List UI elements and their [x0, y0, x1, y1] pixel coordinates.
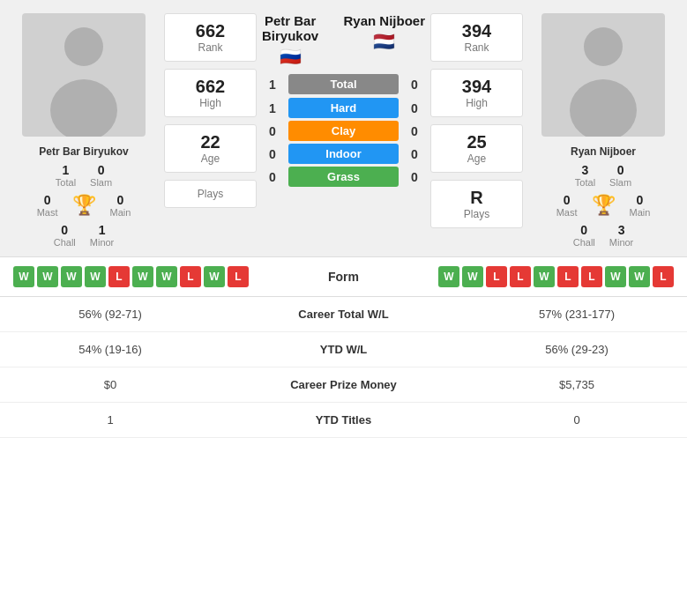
right-mast-value: 0 — [556, 193, 578, 207]
form-badge-w: W — [132, 266, 153, 287]
right-high-value: 394 — [442, 77, 512, 97]
hard-row: 1 Hard 0 — [262, 98, 425, 118]
left-main-stat: 0 Main — [110, 193, 131, 218]
player-comparison-section: Petr Bar Biryukov 1 Total 0 Slam 0 Mast … — [0, 0, 687, 256]
right-total-label: Total — [575, 177, 595, 188]
right-rank-value: 394 — [442, 21, 512, 41]
clay-label: Clay — [288, 121, 399, 141]
right-flag: 🇳🇱 — [343, 31, 425, 52]
left-age-label: Age — [175, 152, 245, 165]
indoor-label: Indoor — [288, 144, 399, 164]
left-high-value: 662 — [175, 77, 245, 97]
left-plays-label: Plays — [175, 188, 245, 200]
form-badge-w: W — [61, 266, 82, 287]
form-label: Form — [291, 270, 397, 284]
stats-row-center-1: YTD W/L — [207, 343, 480, 356]
right-slam-label: Slam — [609, 177, 631, 188]
hard-left-score: 1 — [262, 101, 283, 115]
right-name-block: Ryan Nijboer 🇳🇱 — [343, 13, 425, 67]
stats-row-left-3: 1 — [13, 413, 207, 427]
stats-row-right-1: 56% (29-23) — [480, 343, 674, 356]
svg-point-1 — [50, 79, 117, 137]
right-slam-stat: 0 Slam — [609, 163, 631, 188]
left-chall-value: 0 — [54, 223, 76, 237]
total-left-score: 1 — [262, 78, 283, 92]
form-badge-w: W — [204, 266, 225, 287]
stats-row-left-1: 54% (19-16) — [13, 343, 207, 356]
indoor-row: 0 Indoor 0 — [262, 144, 425, 164]
left-form-badges: WWWWLWWLWL — [13, 266, 249, 287]
form-badge-w: W — [462, 266, 483, 287]
left-rank-value: 662 — [175, 21, 245, 41]
left-stats-panel: 662 Rank 662 High 22 Age Plays — [164, 13, 257, 248]
form-badge-l: L — [486, 266, 507, 287]
stats-row-right-2: $5,735 — [480, 378, 674, 391]
right-minor-label: Minor — [609, 237, 634, 248]
stats-row-0: 56% (92-71)Career Total W/L57% (231-177) — [0, 297, 687, 332]
stats-row-center-2: Career Prize Money — [207, 378, 480, 391]
right-age-block: 25 Age — [430, 124, 523, 173]
total-right-score: 0 — [404, 78, 425, 92]
left-total-value: 1 — [56, 163, 76, 177]
right-plays-label: Plays — [442, 208, 512, 220]
right-chall-value: 0 — [573, 223, 595, 237]
grass-left-score: 0 — [262, 170, 283, 184]
stats-rows-section: 56% (92-71)Career Total W/L57% (231-177)… — [0, 296, 687, 438]
left-mast-stat: 0 Mast — [37, 193, 58, 218]
form-badge-l: L — [557, 266, 579, 287]
left-age-value: 22 — [175, 132, 245, 152]
svg-point-2 — [584, 27, 623, 66]
left-minor-stat: 1 Minor — [90, 223, 115, 248]
right-rank-block: 394 Rank — [430, 13, 523, 62]
grass-right-score: 0 — [404, 170, 425, 184]
right-rank-label: Rank — [442, 41, 512, 54]
left-player-column: Petr Bar Biryukov 1 Total 0 Slam 0 Mast … — [9, 13, 159, 248]
form-badge-w: W — [37, 266, 58, 287]
left-slam-stat: 0 Slam — [90, 163, 112, 188]
stats-row-left-0: 56% (92-71) — [13, 308, 207, 321]
stats-row-2: $0Career Prize Money$5,735 — [0, 367, 687, 403]
form-badge-l: L — [653, 266, 674, 287]
grass-label: Grass — [288, 167, 399, 187]
stats-row-center-0: Career Total W/L — [207, 308, 480, 321]
left-flag: 🇷🇺 — [262, 46, 318, 67]
left-chall-stat: 0 Chall — [54, 223, 76, 248]
right-minor-stat: 3 Minor — [609, 223, 634, 248]
left-high-label: High — [175, 97, 245, 109]
right-plays-block: R Plays — [430, 180, 523, 228]
right-player-avatar — [541, 13, 665, 137]
form-badge-l: L — [228, 266, 249, 287]
stats-row-center-3: YTD Titles — [207, 413, 480, 427]
left-main-label: Main — [110, 207, 131, 218]
form-section: WWWWLWWLWL Form WWLLWLLWWL — [0, 256, 687, 296]
right-main-label: Main — [630, 207, 651, 218]
left-trophy-icon: 🏆 — [72, 194, 96, 217]
stats-row-left-2: $0 — [13, 378, 207, 391]
left-total-label: Total — [56, 177, 76, 188]
right-slam-value: 0 — [609, 163, 631, 177]
indoor-left-score: 0 — [262, 147, 283, 161]
form-badge-l: L — [581, 266, 602, 287]
right-mast-stat: 0 Mast — [556, 193, 578, 218]
left-high-block: 662 High — [164, 69, 257, 117]
stats-row-right-3: 0 — [480, 413, 674, 427]
left-mast-label: Mast — [37, 207, 58, 218]
right-chall-stat: 0 Chall — [573, 223, 595, 248]
left-slam-value: 0 — [90, 163, 112, 177]
form-badge-l: L — [510, 266, 531, 287]
left-mast-value: 0 — [37, 193, 58, 207]
right-chall-label: Chall — [573, 237, 595, 248]
clay-left-score: 0 — [262, 124, 283, 138]
middle-column: Petr Bar Biryukov 🇷🇺 Ryan Nijboer 🇳🇱 1 T… — [262, 13, 425, 248]
left-rank-label: Rank — [175, 41, 245, 54]
right-mast-label: Mast — [556, 207, 578, 218]
left-name-block: Petr Bar Biryukov 🇷🇺 — [262, 13, 318, 67]
left-chall-label: Chall — [54, 237, 76, 248]
svg-point-0 — [64, 27, 103, 66]
right-high-block: 394 High — [430, 69, 523, 117]
form-badge-w: W — [156, 266, 177, 287]
main-container: Petr Bar Biryukov 1 Total 0 Slam 0 Mast … — [0, 0, 687, 438]
right-age-label: Age — [442, 152, 512, 165]
clay-row: 0 Clay 0 — [262, 121, 425, 141]
right-main-value: 0 — [630, 193, 651, 207]
